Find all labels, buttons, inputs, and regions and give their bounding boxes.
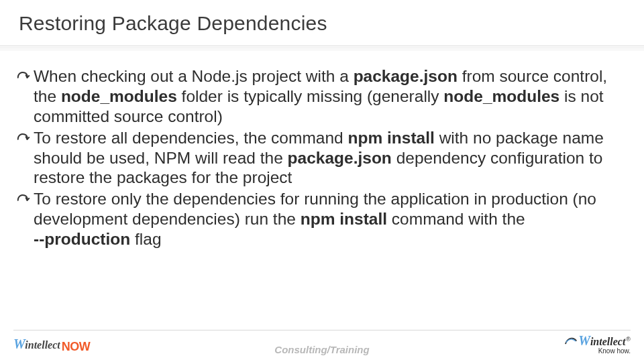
- bullet-text: When checking out a Node.js project with…: [34, 66, 631, 127]
- slide-title: Restoring Package Dependencies: [19, 12, 625, 35]
- bullet-text: To restore only the dependencies for run…: [34, 189, 631, 249]
- slide-body: When checking out a Node.js project with…: [0, 50, 644, 249]
- footer-divider: [13, 330, 631, 330]
- bullet-item: To restore all dependencies, the command…: [16, 128, 631, 188]
- curly-arrow-icon: [16, 66, 34, 86]
- bullet-text: To restore all dependencies, the command…: [34, 128, 631, 188]
- swoosh-icon: [565, 336, 577, 345]
- slide-footer: Wintellect NOW Consulting/Training Winte…: [0, 330, 644, 362]
- bullet-item: When checking out a Node.js project with…: [16, 66, 631, 127]
- bullet-item: To restore only the dependencies for run…: [16, 189, 631, 249]
- wintellect-now-logo: Wintellect NOW: [13, 337, 90, 352]
- title-divider: [0, 46, 644, 50]
- curly-arrow-icon: [16, 128, 34, 148]
- wintellect-logo: Wintellect® Know how.: [565, 334, 631, 355]
- curly-arrow-icon: [16, 189, 34, 209]
- footer-tagline: Consulting/Training: [274, 344, 369, 355]
